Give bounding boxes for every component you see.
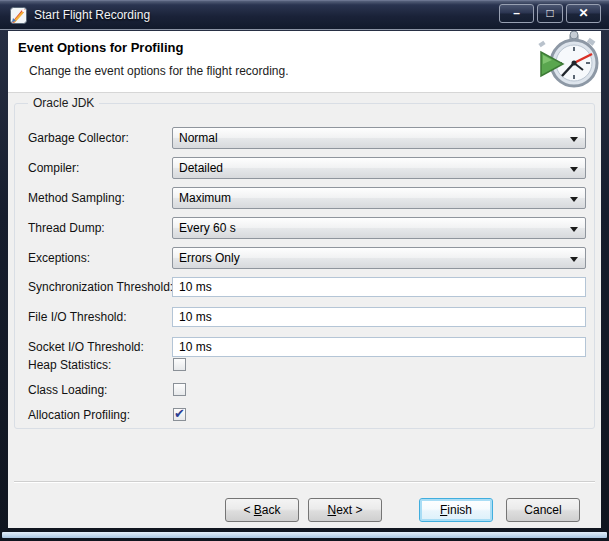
dialog-window: Start Flight Recording – □ ✕ Event Optio… [0, 0, 609, 541]
garbage-collector-dropdown[interactable]: Normal [172, 127, 586, 149]
window-title: Start Flight Recording [34, 8, 150, 22]
flight-recorder-app-icon [10, 7, 27, 24]
method-sampling-value: Maximum [179, 191, 231, 205]
exceptions-label: Exceptions: [28, 247, 90, 269]
exceptions-value: Errors Only [179, 251, 240, 265]
next-button[interactable]: Next > [308, 498, 382, 522]
garbage-collector-label: Garbage Collector: [28, 127, 129, 149]
minimize-button[interactable]: – [499, 4, 534, 23]
class-loading-checkbox[interactable] [173, 383, 186, 396]
back-button[interactable]: < Back [225, 498, 299, 522]
compiler-label: Compiler: [28, 157, 79, 179]
chevron-down-icon [570, 197, 578, 202]
file-io-threshold-input[interactable] [172, 307, 586, 327]
footer-separator [14, 481, 595, 483]
oracle-jdk-group-legend: Oracle JDK [28, 96, 99, 110]
maximize-icon: □ [546, 6, 553, 20]
minimize-icon: – [513, 6, 520, 20]
maximize-button[interactable]: □ [537, 4, 563, 23]
titlebar[interactable]: Start Flight Recording – □ ✕ [0, 0, 609, 30]
page-title: Event Options for Profiling [18, 40, 183, 55]
exceptions-dropdown[interactable]: Errors Only [172, 247, 586, 269]
thread-dump-value: Every 60 s [179, 221, 236, 235]
compiler-dropdown[interactable]: Detailed [172, 157, 586, 179]
wizard-header: Event Options for Profiling Change the e… [8, 31, 601, 93]
synchronization-threshold-label: Synchronization Threshold: [28, 277, 173, 297]
dialog-client-area: Event Options for Profiling Change the e… [8, 31, 601, 528]
heap-statistics-checkbox[interactable] [173, 358, 186, 371]
chevron-down-icon [570, 167, 578, 172]
file-io-threshold-label: File I/O Threshold: [28, 307, 126, 327]
cancel-button[interactable]: Cancel [506, 498, 580, 522]
chevron-down-icon [570, 137, 578, 142]
finish-button[interactable]: Finish [419, 498, 493, 522]
socket-io-threshold-input[interactable] [172, 337, 586, 357]
thread-dump-label: Thread Dump: [28, 217, 105, 239]
method-sampling-label: Method Sampling: [28, 187, 125, 209]
thread-dump-dropdown[interactable]: Every 60 s [172, 217, 586, 239]
page-subtitle: Change the event options for the flight … [29, 64, 289, 78]
flight-recording-stopwatch-icon [536, 31, 600, 92]
window-bottom-edge [2, 532, 607, 538]
class-loading-label: Class Loading: [28, 383, 107, 397]
method-sampling-dropdown[interactable]: Maximum [172, 187, 586, 209]
synchronization-threshold-input[interactable] [172, 277, 586, 297]
garbage-collector-value: Normal [179, 131, 218, 145]
close-icon: ✕ [578, 6, 588, 20]
chevron-down-icon [570, 227, 578, 232]
back-button-label: < [243, 503, 253, 517]
close-button[interactable]: ✕ [566, 4, 601, 23]
socket-io-threshold-label: Socket I/O Threshold: [28, 337, 144, 357]
window-controls: – □ ✕ [499, 4, 601, 23]
compiler-value: Detailed [179, 161, 223, 175]
allocation-profiling-label: Allocation Profiling: [28, 408, 130, 422]
allocation-profiling-checkbox[interactable]: ✔ [173, 408, 186, 421]
chevron-down-icon [570, 257, 578, 262]
heap-statistics-label: Heap Statistics: [28, 358, 111, 372]
checkmark-icon: ✔ [174, 406, 185, 421]
